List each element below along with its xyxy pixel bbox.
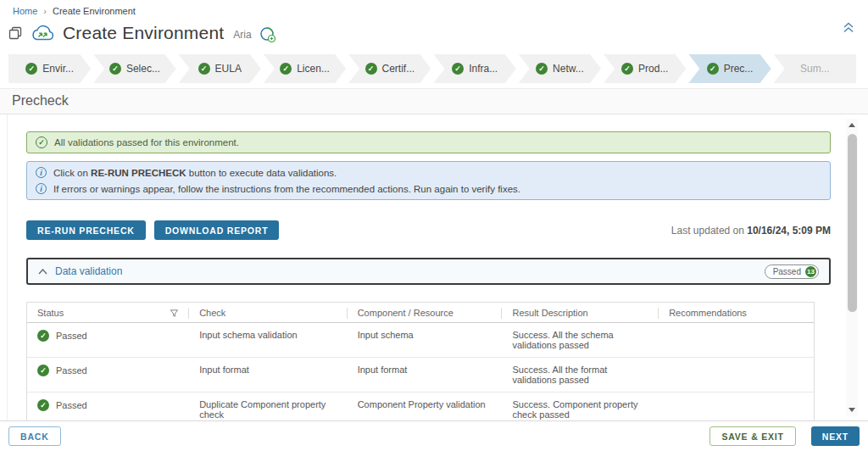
passed-icon: ✓ bbox=[37, 330, 49, 342]
wizard-step-network[interactable]: ✓Netw... bbox=[519, 54, 601, 83]
badge-count: 13 bbox=[805, 266, 816, 277]
cell-recommendations bbox=[659, 358, 814, 393]
title-row: Create Environment Aria bbox=[8, 20, 856, 46]
check-circle-icon: ✓ bbox=[707, 63, 719, 75]
wizard-step-summary[interactable]: Sum... bbox=[774, 54, 856, 83]
page-header: Home › Create Environment Create Environ… bbox=[0, 0, 868, 83]
step-label: Selec... bbox=[126, 63, 160, 75]
passed-icon: ✓ bbox=[37, 365, 49, 376]
info-line-1: i Click on RE-RUN PRECHECK button to exe… bbox=[36, 167, 337, 178]
success-alert-text: All validations passed for this environm… bbox=[54, 137, 239, 148]
breadcrumb: Home › Create Environment bbox=[8, 4, 856, 17]
check-circle-icon: ✓ bbox=[365, 63, 377, 75]
passed-icon: ✓ bbox=[37, 399, 49, 411]
column-header-status: Status bbox=[27, 303, 189, 323]
cell-status: ✓Passed bbox=[27, 358, 189, 393]
table-row: ✓Passed Input format Input format Succes… bbox=[27, 358, 814, 393]
collapse-chevrons-icon[interactable] bbox=[843, 22, 854, 33]
info-icon: i bbox=[36, 183, 47, 194]
info-text-2: If errors or warnings appear, follow the… bbox=[53, 184, 520, 194]
badge-label: Passed bbox=[773, 267, 801, 276]
cell-recommendations bbox=[659, 393, 814, 421]
check-circle-icon: ✓ bbox=[621, 63, 633, 75]
cell-status: ✓Passed bbox=[27, 323, 189, 358]
cell-check: Input schema validation bbox=[189, 323, 348, 358]
column-header-result: Result Description bbox=[502, 303, 659, 323]
column-header-recommendations: Recommendations bbox=[659, 303, 814, 323]
next-button[interactable]: NEXT bbox=[811, 426, 860, 446]
table-row: ✓Passed Input schema validation Input sc… bbox=[27, 323, 814, 358]
step-label: Certif... bbox=[382, 63, 415, 75]
cell-component: Input schema bbox=[348, 323, 503, 358]
wizard-step-eula[interactable]: ✓EULA bbox=[179, 54, 261, 83]
cell-component: Input format bbox=[348, 358, 503, 393]
section-title: Precheck bbox=[0, 88, 868, 114]
check-circle-icon: ✓ bbox=[25, 63, 37, 75]
scrollbar-thumb[interactable] bbox=[848, 134, 857, 312]
info-alert: i Click on RE-RUN PRECHECK button to exe… bbox=[26, 161, 831, 200]
validation-table: Status Check Component / Resource Result… bbox=[26, 302, 815, 420]
back-button[interactable]: BACK bbox=[8, 426, 61, 446]
actions-row: RE-RUN PRECHECK DOWNLOAD REPORT Last upd… bbox=[26, 220, 831, 240]
aria-logo-icon bbox=[259, 26, 276, 43]
last-updated: Last updated on 10/16/24, 5:09 PM bbox=[671, 225, 831, 237]
multi-window-icon[interactable] bbox=[8, 26, 22, 40]
step-label: EULA bbox=[215, 63, 242, 75]
info-text-1: Click on RE-RUN PRECHECK button to execu… bbox=[53, 168, 337, 178]
rerun-precheck-button[interactable]: RE-RUN PRECHECK bbox=[26, 220, 146, 240]
wizard-footer: BACK SAVE & EXIT NEXT bbox=[0, 420, 868, 451]
data-validation-accordion-header[interactable]: Data validation Passed 13 bbox=[26, 258, 831, 285]
page-title: Create Environment bbox=[63, 23, 224, 43]
step-label: Netw... bbox=[553, 63, 584, 75]
check-circle-icon: ✓ bbox=[109, 63, 121, 75]
info-line-2: i If errors or warnings appear, follow t… bbox=[36, 183, 520, 194]
wizard-step-environment[interactable]: ✓Envir... bbox=[8, 54, 91, 83]
table-row: ✓Passed Duplicate Component property che… bbox=[27, 393, 814, 421]
column-header-component: Component / Resource bbox=[348, 303, 503, 323]
cell-component: Component Property validation bbox=[348, 393, 503, 421]
accordion-title: Data validation bbox=[55, 265, 122, 277]
breadcrumb-current: Create Environment bbox=[53, 6, 136, 16]
wizard-step-select[interactable]: ✓Selec... bbox=[93, 54, 175, 83]
vertical-scrollbar[interactable] bbox=[846, 119, 858, 416]
wizard-step-precheck[interactable]: ✓Prec... bbox=[688, 54, 771, 83]
cell-result: Success. All the format validations pass… bbox=[502, 358, 659, 393]
success-check-icon: ✓ bbox=[36, 136, 47, 148]
check-circle-icon: ✓ bbox=[198, 63, 210, 75]
product-label: Aria bbox=[233, 29, 251, 41]
wizard-step-products[interactable]: ✓Prod... bbox=[604, 54, 686, 83]
cell-check: Duplicate Component property check bbox=[189, 393, 348, 421]
success-alert: ✓ All validations passed for this enviro… bbox=[26, 131, 831, 153]
step-label: Sum... bbox=[800, 63, 830, 75]
wizard-step-certificate[interactable]: ✓Certif... bbox=[348, 54, 431, 83]
breadcrumb-separator-icon: › bbox=[43, 6, 47, 16]
breadcrumb-home-link[interactable]: Home bbox=[13, 6, 37, 16]
scroll-up-arrow-icon[interactable] bbox=[849, 123, 855, 127]
cell-result: Success. Component property check passed bbox=[502, 393, 659, 421]
save-and-exit-button[interactable]: SAVE & EXIT bbox=[709, 426, 795, 446]
wizard-step-infrastructure[interactable]: ✓Infra... bbox=[433, 54, 515, 83]
cell-result: Success. All the schema validations pass… bbox=[502, 323, 659, 358]
check-circle-icon: ✓ bbox=[280, 63, 292, 75]
step-label: Prod... bbox=[638, 63, 668, 75]
step-label: Licen... bbox=[297, 63, 330, 75]
cell-check: Input format bbox=[189, 358, 348, 393]
precheck-content: ✓ All validations passed for this enviro… bbox=[7, 114, 868, 420]
passed-badge: Passed 13 bbox=[765, 264, 819, 279]
filter-icon[interactable] bbox=[170, 309, 179, 318]
cell-recommendations bbox=[659, 323, 814, 358]
wizard-step-license[interactable]: ✓Licen... bbox=[264, 54, 346, 83]
scroll-down-arrow-icon[interactable] bbox=[849, 408, 855, 412]
step-label: Envir... bbox=[42, 63, 74, 75]
caret-up-icon bbox=[38, 269, 47, 275]
environment-cloud-icon bbox=[30, 25, 55, 42]
check-circle-icon: ✓ bbox=[536, 63, 548, 75]
table-header-row: Status Check Component / Resource Result… bbox=[27, 303, 814, 323]
download-report-button[interactable]: DOWNLOAD REPORT bbox=[154, 220, 280, 240]
info-icon: i bbox=[36, 167, 47, 178]
step-label: Prec... bbox=[724, 63, 754, 75]
wizard-steps: ✓Envir... ✓Selec... ✓EULA ✓Licen... ✓Cer… bbox=[8, 54, 856, 83]
check-circle-icon: ✓ bbox=[452, 63, 464, 75]
column-header-check: Check bbox=[189, 303, 348, 323]
cell-status: ✓Passed bbox=[27, 393, 189, 421]
